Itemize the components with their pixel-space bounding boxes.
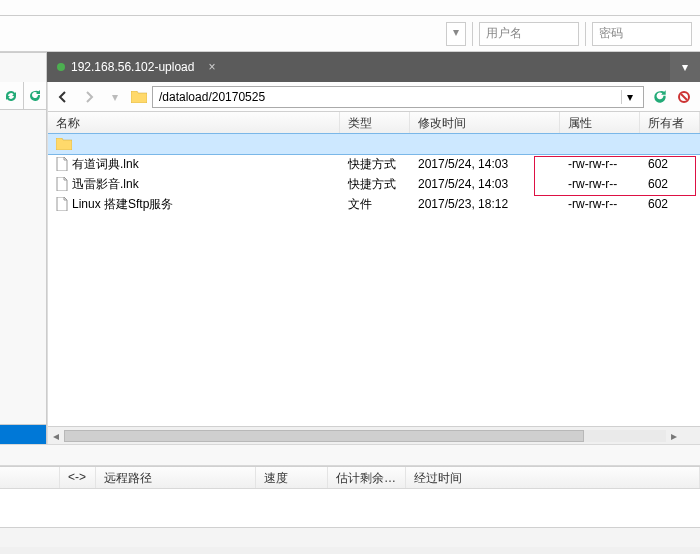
tab-overflow[interactable]: ▾ xyxy=(670,52,700,82)
session-tab[interactable]: 192.168.56.102-upload × xyxy=(47,52,225,82)
host-dropdown[interactable]: ▾ xyxy=(446,22,466,46)
table-row[interactable]: Linux 搭建Sftp服务文件2017/5/23, 18:12-rw-rw-r… xyxy=(48,194,700,214)
folder-icon xyxy=(130,89,148,105)
file-grid: 名称 类型 修改时间 属性 所有者 有道词典.lnk快捷方式2017/5/24,… xyxy=(48,112,700,426)
table-row[interactable]: 有道词典.lnk快捷方式2017/5/24, 14:03-rw-rw-r--60… xyxy=(48,154,700,174)
refresh-icon[interactable] xyxy=(24,82,47,109)
file-name: Linux 搭建Sftp服务 xyxy=(72,196,173,213)
pane-divider[interactable] xyxy=(0,444,700,466)
file-icon xyxy=(56,177,68,191)
col-type[interactable]: 类型 xyxy=(340,112,410,133)
queue-body xyxy=(0,489,700,527)
col-attr[interactable]: 属性 xyxy=(560,112,640,133)
file-type: 文件 xyxy=(340,196,410,213)
username-input[interactable]: 用户名 xyxy=(479,22,579,46)
queue-col-eta[interactable]: 估计剩余… xyxy=(328,467,406,488)
queue-col-blank[interactable] xyxy=(0,467,60,488)
address-bar: ▾ ▾ xyxy=(48,82,700,112)
grid-header: 名称 类型 修改时间 属性 所有者 xyxy=(48,112,700,134)
forward-button[interactable] xyxy=(78,86,100,108)
tab-label: 192.168.56.102-upload xyxy=(71,60,194,74)
file-owner: 602 xyxy=(640,177,700,191)
path-dropdown-icon[interactable]: ▾ xyxy=(621,90,637,104)
remote-pane: ▾ ▾ 名称 类型 修改时间 属性 xyxy=(47,82,700,444)
file-type: 快捷方式 xyxy=(340,156,410,173)
scroll-right-icon[interactable]: ▸ xyxy=(666,428,682,444)
horizontal-scrollbar[interactable]: ◂ ▸ xyxy=(48,426,700,444)
scroll-left-icon[interactable]: ◂ xyxy=(48,428,64,444)
left-scroll-indicator xyxy=(0,424,46,444)
close-icon[interactable]: × xyxy=(208,60,215,74)
queue-col-speed[interactable]: 速度 xyxy=(256,467,328,488)
file-attr: -rw-rw-r-- xyxy=(560,197,640,211)
folder-icon xyxy=(56,138,72,150)
scroll-thumb[interactable] xyxy=(64,430,584,442)
nav-dropdown[interactable]: ▾ xyxy=(104,86,126,108)
queue-col-elapsed[interactable]: 经过时间 xyxy=(406,467,700,488)
table-row[interactable] xyxy=(48,134,700,154)
back-button[interactable] xyxy=(52,86,74,108)
refresh-button[interactable] xyxy=(648,85,672,109)
tab-strip: 192.168.56.102-upload × ▾ xyxy=(0,52,700,82)
file-name: 有道词典.lnk xyxy=(72,156,139,173)
password-input[interactable]: 密码 xyxy=(592,22,692,46)
quick-connect-bar: ▾ 用户名 密码 xyxy=(0,16,700,52)
file-type: 快捷方式 xyxy=(340,176,410,193)
file-owner: 602 xyxy=(640,157,700,171)
file-attr: -rw-rw-r-- xyxy=(560,177,640,191)
transfer-queue: <-> 远程路径 速度 估计剩余… 经过时间 xyxy=(0,466,700,527)
col-mtime[interactable]: 修改时间 xyxy=(410,112,560,133)
left-pane xyxy=(0,82,47,444)
file-icon xyxy=(56,197,68,211)
file-name: 迅雷影音.lnk xyxy=(72,176,139,193)
queue-col-dir[interactable]: <-> xyxy=(60,467,96,488)
menu-strip xyxy=(0,0,700,16)
file-icon xyxy=(56,157,68,171)
status-dot-icon xyxy=(57,63,65,71)
path-input[interactable] xyxy=(159,90,621,104)
file-attr: -rw-rw-r-- xyxy=(560,157,640,171)
file-mtime: 2017/5/24, 14:03 xyxy=(410,177,560,191)
sync-icon[interactable] xyxy=(0,82,24,109)
queue-col-remote[interactable]: 远程路径 xyxy=(96,467,256,488)
file-owner: 602 xyxy=(640,197,700,211)
path-input-wrap[interactable]: ▾ xyxy=(152,86,644,108)
stop-button[interactable] xyxy=(672,85,696,109)
col-name[interactable]: 名称 xyxy=(48,112,340,133)
file-mtime: 2017/5/23, 18:12 xyxy=(410,197,560,211)
col-owner[interactable]: 所有者 xyxy=(640,112,700,133)
file-mtime: 2017/5/24, 14:03 xyxy=(410,157,560,171)
table-row[interactable]: 迅雷影音.lnk快捷方式2017/5/24, 14:03-rw-rw-r--60… xyxy=(48,174,700,194)
status-bar xyxy=(0,527,700,547)
